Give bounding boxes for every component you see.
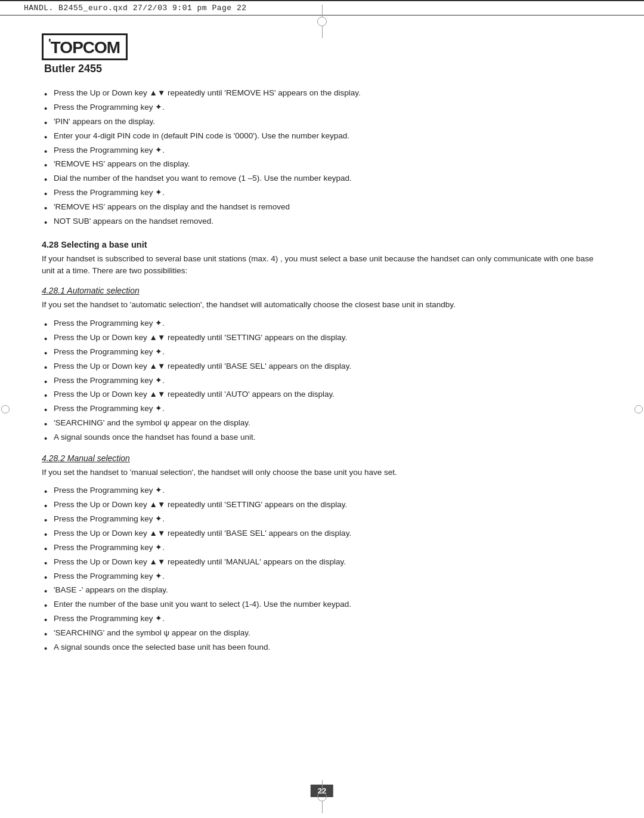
main-content: 'TOPCOM Butler 2455 Press the Up or Down… (0, 16, 644, 697)
list-item: Press the Programming key ✦. (42, 402, 602, 416)
section-4282-title: Manual selection (67, 453, 130, 463)
section-4281-bullet-list: Press the Programming key ✦. Press the U… (42, 316, 602, 445)
section-428-description: If your handset is subscribed to several… (42, 253, 602, 278)
list-item: NOT SUB' appears on the handset removed. (42, 215, 602, 229)
list-item: Press the Up or Down key ▲▼ repeatedly u… (42, 526, 602, 541)
section-4281-title: Automatic selection (67, 286, 139, 295)
list-item: Enter the number of the base unit you wa… (42, 598, 602, 612)
section-428-title: Selecting a base unit (61, 240, 147, 249)
brand-name: TOPCOM (51, 38, 120, 57)
list-item: A signal sounds once the selected base u… (42, 641, 602, 655)
list-item: Press the Programming key ✦. (42, 512, 602, 526)
section-4281-number: 4.28.1 (42, 286, 65, 295)
list-item: Press the Programming key ✦. (42, 345, 602, 359)
section-4282-number: 4.28.2 (42, 453, 65, 463)
list-item: Press the Programming key ✦. (42, 569, 602, 584)
list-item: Press the Up or Down key ▲▼ repeatedly u… (42, 331, 602, 345)
crosshair-bottom (317, 780, 327, 813)
list-item: Press the Up or Down key ▲▼ repeatedly u… (42, 388, 602, 402)
list-item: Press the Programming key ✦. (42, 484, 602, 498)
list-item: Dial the number of the handset you want … (42, 172, 602, 186)
list-item: Press the Up or Down key ▲▼ repeatedly u… (42, 86, 602, 100)
list-item: Press the Programming key ✦. (42, 100, 602, 115)
logo-model: Butler 2455 (44, 63, 102, 75)
list-item: 'PIN' appears on the display. (42, 115, 602, 129)
section-428-heading: 4.28 Selecting a base unit (42, 240, 602, 249)
list-item: Press the Up or Down key ▲▼ repeatedly u… (42, 359, 602, 373)
intro-bullet-list: Press the Up or Down key ▲▼ repeatedly u… (42, 86, 602, 229)
list-item: Press the Programming key ✦. (42, 316, 602, 331)
section-4282-description: If you set the handset to 'manual select… (42, 467, 602, 479)
list-item: Press the Programming key ✦. (42, 186, 602, 200)
section-4282-heading: 4.28.2 Manual selection (42, 453, 602, 463)
logo-topcom: 'TOPCOM (42, 33, 128, 60)
section-428-number: 4.28 (42, 240, 58, 249)
list-item: 'BASE -' appears on the display. (42, 584, 602, 598)
list-item: Press the Programming key ✦. (42, 373, 602, 388)
section-4281-heading: 4.28.1 Automatic selection (42, 286, 602, 295)
section-4281-description: If you set the handset to 'automatic sel… (42, 299, 602, 311)
list-item: Press the Up or Down key ▲▼ repeatedly u… (42, 498, 602, 512)
logo-area: 'TOPCOM Butler 2455 (42, 33, 602, 75)
list-item: Press the Programming key ✦. (42, 143, 602, 158)
section-4282-bullet-list: Press the Programming key ✦. Press the U… (42, 484, 602, 655)
list-item: 'SEARCHING' and the symbol ψ appear on t… (42, 416, 602, 431)
header-text: HANDL. B2455_euro.qxd 27/2/03 9:01 pm Pa… (24, 4, 247, 13)
list-item: 'SEARCHING' and the symbol ψ appear on t… (42, 626, 602, 641)
list-item: Enter your 4-digit PIN code in (default … (42, 129, 602, 143)
list-item: 'REMOVE HS' appears on the display. (42, 158, 602, 172)
list-item: A signal sounds once the handset has fou… (42, 431, 602, 445)
list-item: Press the Programming key ✦. (42, 612, 602, 626)
list-item: Press the Up or Down key ▲▼ repeatedly u… (42, 555, 602, 569)
list-item: 'REMOVE HS' appears on the display and t… (42, 200, 602, 215)
page-wrapper: HANDL. B2455_euro.qxd 27/2/03 9:01 pm Pa… (0, 0, 644, 818)
list-item: Press the Programming key ✦. (42, 541, 602, 555)
